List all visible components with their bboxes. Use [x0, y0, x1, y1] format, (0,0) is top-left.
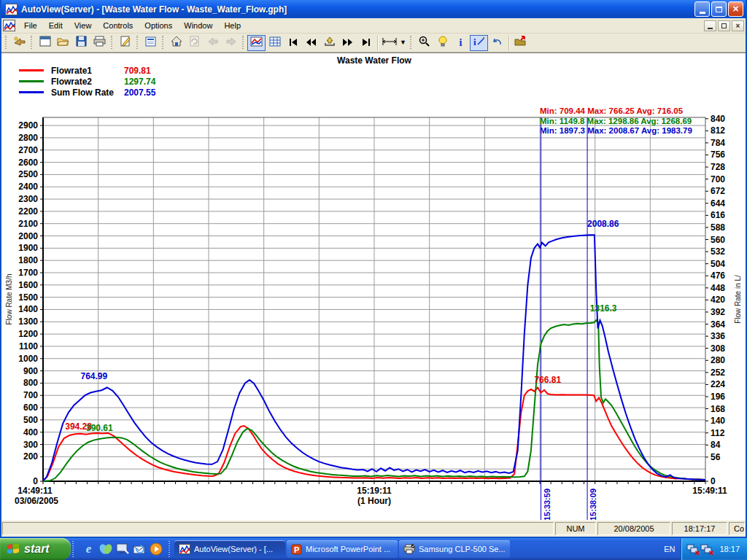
menu-view[interactable]: View: [69, 20, 98, 31]
toolbar-grip[interactable]: [30, 36, 34, 50]
mdi-close-button[interactable]: ×: [732, 20, 744, 31]
skip-end-icon: [362, 36, 371, 50]
close-button[interactable]: ✕: [728, 1, 743, 17]
outlook-express-icon[interactable]: [131, 541, 147, 557]
home-button[interactable]: [167, 35, 185, 51]
taskbar-clock[interactable]: 18:17: [719, 545, 740, 553]
network-disconnected-icon[interactable]: ✕: [700, 543, 713, 555]
rewind-icon: [306, 36, 317, 50]
back-button[interactable]: [204, 35, 222, 51]
title-bar: AutoView(Server) - [Waste Water Flow - W…: [1, 0, 746, 18]
legend-row-flowrate2: Flowrate2 1297.74: [19, 76, 155, 87]
properties-button[interactable]: [142, 35, 160, 51]
menu-controls[interactable]: Controls: [97, 20, 139, 31]
y-left-tick-label: 600: [23, 402, 38, 413]
chart-legend: Flowrate1 709.81 Flowrate2 1297.74 Sum F…: [19, 65, 155, 98]
min-max-avg-readout: Min: 709.44 Max: 766.25 Avg: 716.05: [540, 106, 684, 115]
y-left-tick-label: 300: [23, 440, 38, 450]
y-left-tick-label: 1400: [18, 304, 38, 314]
table-view-button[interactable]: [266, 35, 284, 51]
info-button[interactable]: i: [452, 35, 470, 51]
toolbar-grip[interactable]: [4, 36, 9, 50]
new-window-button[interactable]: [36, 35, 54, 51]
powerpoint-icon: P: [291, 544, 302, 555]
y-right-tick-label: 308: [711, 343, 725, 354]
fast-forward-button[interactable]: [338, 35, 357, 51]
print-button[interactable]: [90, 35, 109, 51]
time-span-button[interactable]: ▼: [380, 35, 408, 51]
y-right-tick-label: 56: [711, 452, 721, 462]
network-disconnected-icon[interactable]: ✕: [686, 543, 699, 555]
mdi-minimize-button[interactable]: [704, 20, 716, 31]
y-left-tick-label: 2200: [18, 206, 38, 217]
start-button[interactable]: start: [0, 538, 71, 560]
menu-help[interactable]: Help: [218, 20, 247, 31]
edit-graph-button[interactable]: [116, 35, 134, 51]
messenger-icon[interactable]: [98, 541, 113, 557]
taskbar-grip[interactable]: [72, 541, 76, 557]
toolbar-grip[interactable]: [110, 36, 115, 50]
mdi-restore-button[interactable]: [718, 20, 730, 31]
info-icon: i: [460, 37, 462, 49]
menu-options[interactable]: Options: [139, 20, 178, 31]
status-partial-panel: Co: [729, 522, 745, 535]
graph-view-button[interactable]: [247, 35, 266, 51]
highlight-button[interactable]: [433, 35, 452, 51]
new-window-icon: [39, 36, 51, 50]
open-button[interactable]: [54, 35, 72, 51]
y-left-tick-label: 200: [23, 451, 38, 462]
task-button-printer[interactable]: Samsung CLP-500 Se...: [399, 540, 510, 558]
y-left-tick-label: 2700: [18, 145, 38, 155]
pencil-page-icon: [120, 36, 131, 50]
quick-launch-bar: e: [77, 538, 167, 560]
app-window: AutoView(Server) - [Waste Water Flow - W…: [0, 0, 747, 538]
go-first-button[interactable]: [284, 35, 302, 51]
min-max-avg-readout: Min: 1149.8 Max: 1298.86 Avg: 1268.69: [540, 117, 692, 125]
toolbar-grip[interactable]: [161, 36, 166, 50]
toolbar-grip[interactable]: [241, 36, 246, 50]
y-left-tick-label: 1100: [19, 341, 38, 351]
flowrate2-value: 1297.74: [124, 77, 155, 87]
undo-button[interactable]: [488, 35, 506, 51]
toolbar-grip[interactable]: [409, 36, 414, 50]
y-right-tick-label: 280: [711, 355, 725, 365]
trend-chart[interactable]: Waste Water Flow290028002700260025002400…: [1, 53, 746, 520]
y-right-axis-title: Flow Rate in L/: [734, 275, 742, 324]
document-icon[interactable]: [3, 20, 15, 31]
menu-window[interactable]: Window: [178, 20, 218, 31]
menu-file[interactable]: File: [18, 20, 43, 31]
zoom-button[interactable]: [415, 35, 433, 51]
toolbar-separator: [508, 36, 509, 50]
task-button-powerpoint[interactable]: P Microsoft PowerPoint ...: [287, 540, 398, 558]
show-desktop-icon[interactable]: [115, 541, 130, 557]
media-player-icon[interactable]: [148, 541, 163, 557]
y-left-tick-label: 1300: [18, 316, 38, 327]
go-last-button[interactable]: [357, 35, 375, 51]
x-end-label: 15:49:11: [692, 486, 727, 496]
y-left-tick-label: 1800: [18, 255, 38, 265]
jump-to-now-button[interactable]: [320, 35, 338, 51]
restore-button[interactable]: [711, 1, 727, 17]
internet-explorer-icon[interactable]: e: [81, 541, 96, 557]
y-right-tick-label: 784: [711, 138, 725, 148]
refresh-button[interactable]: [185, 35, 204, 51]
toolbar-grip[interactable]: [136, 36, 140, 50]
y-right-tick-label: 168: [711, 404, 725, 414]
minimize-button[interactable]: [694, 1, 710, 17]
menu-edit[interactable]: Edit: [43, 20, 69, 31]
task-button-autoview[interactable]: AutoView(Server) - [...: [174, 540, 285, 558]
y-right-tick-label: 252: [711, 368, 725, 378]
skip-start-icon: [289, 36, 298, 50]
save-button[interactable]: [72, 35, 90, 51]
connect-button[interactable]: [10, 35, 28, 51]
sum-flow-rate-line-swatch: [19, 91, 44, 93]
svg-text:P: P: [294, 545, 299, 554]
chart-title: Waste Water Flow: [337, 55, 411, 66]
export-button[interactable]: [511, 35, 530, 51]
value-probe-button[interactable]: i: [470, 35, 488, 51]
rewind-button[interactable]: [302, 35, 320, 51]
language-indicator[interactable]: EN: [658, 545, 681, 553]
forward-button[interactable]: [222, 35, 240, 51]
taskbar-grip[interactable]: [169, 541, 172, 557]
fast-forward-icon: [342, 36, 353, 50]
